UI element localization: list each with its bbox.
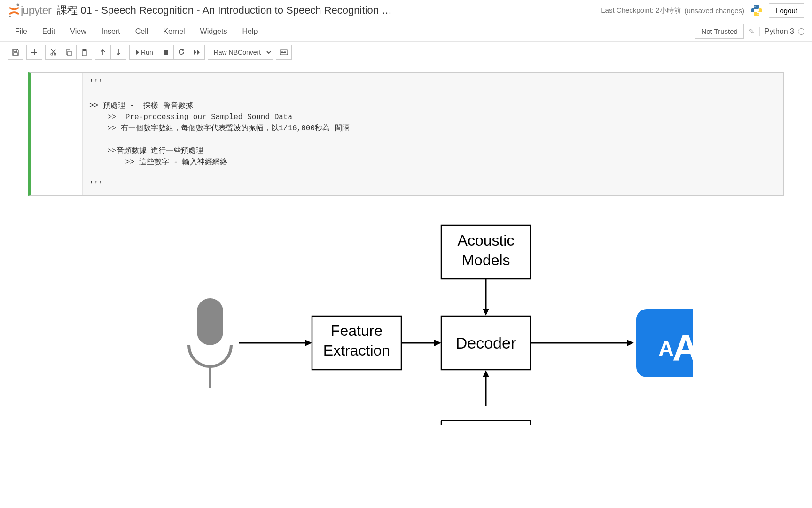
svg-rect-12 [281, 51, 282, 52]
svg-rect-18 [285, 52, 286, 53]
svg-point-5 [54, 53, 56, 55]
svg-rect-19 [197, 298, 223, 345]
add-cell-button[interactable] [26, 45, 42, 60]
kernel-status-icon [798, 28, 804, 35]
svg-text:Decoder: Decoder [456, 334, 516, 352]
cell-code[interactable]: ''' >> 預處理 - 採樣 聲音數據 >> Pre-processing o… [89, 78, 777, 190]
svg-rect-13 [282, 51, 283, 52]
kernel-name: Python 3 [765, 27, 794, 36]
notebook-title[interactable]: 課程 01 - Speech Recognition - An Introduc… [57, 3, 392, 17]
jupyter-logo[interactable]: jupyter [8, 3, 51, 18]
svg-text:Acoustic: Acoustic [458, 232, 515, 249]
svg-text:A: A [658, 336, 674, 361]
svg-rect-15 [285, 51, 286, 52]
svg-marker-41 [627, 340, 634, 346]
menu-insert[interactable]: Insert [94, 23, 128, 40]
svg-rect-17 [282, 52, 285, 53]
kernel-indicator[interactable]: Python 3 [759, 27, 804, 36]
menu-file[interactable]: File [8, 23, 35, 40]
code-cell[interactable]: ''' >> 預處理 - 採樣 聲音數據 >> Pre-processing o… [28, 72, 784, 196]
menu-kernel[interactable]: Kernel [156, 23, 192, 40]
svg-rect-16 [281, 52, 282, 53]
cell-type-select[interactable]: Raw NBConvert [208, 45, 273, 60]
svg-rect-14 [284, 51, 285, 52]
svg-point-1 [9, 16, 11, 17]
cut-button[interactable] [45, 45, 61, 60]
python-icon [750, 4, 763, 17]
svg-rect-9 [83, 49, 86, 51]
svg-text:Feature: Feature [331, 322, 383, 339]
menu-help[interactable]: Help [234, 23, 265, 40]
svg-text:Models: Models [461, 252, 510, 269]
run-button[interactable]: Run [129, 45, 158, 60]
cell-prompt [31, 73, 82, 195]
stop-button[interactable] [158, 45, 174, 60]
menu-view[interactable]: View [62, 23, 94, 40]
svg-text:A: A [672, 327, 693, 369]
unsaved-changes-text: (unsaved changes) [685, 7, 745, 15]
microphone-icon [189, 298, 231, 388]
svg-point-4 [51, 53, 53, 55]
svg-marker-32 [483, 309, 489, 316]
copy-button[interactable] [61, 45, 77, 60]
svg-rect-7 [68, 51, 71, 56]
move-down-button[interactable] [110, 45, 126, 60]
restart-button[interactable] [173, 45, 189, 60]
logo-text: jupyter [21, 4, 51, 17]
paste-button[interactable] [76, 45, 92, 60]
menu-widgets[interactable]: Widgets [193, 23, 235, 40]
command-palette-button[interactable] [276, 45, 292, 60]
svg-marker-22 [305, 340, 312, 346]
trust-indicator[interactable]: Not Trusted [695, 24, 744, 39]
checkpoint-text: Last Checkpoint: 2小時前 [601, 6, 680, 15]
menu-edit[interactable]: Edit [35, 23, 63, 40]
svg-rect-10 [164, 50, 168, 55]
move-up-button[interactable] [95, 45, 111, 60]
pencil-icon[interactable]: ✎ [749, 27, 755, 36]
svg-marker-27 [434, 340, 441, 346]
svg-point-3 [758, 14, 759, 15]
save-button[interactable] [8, 45, 23, 60]
cell-output: Feature Extraction Acoustic Models Decod… [0, 209, 812, 425]
svg-point-2 [755, 6, 756, 7]
diagram-image: Feature Extraction Acoustic Models Decod… [129, 218, 693, 425]
fast-forward-button[interactable] [189, 45, 205, 60]
svg-marker-36 [483, 370, 489, 377]
svg-text:Extraction: Extraction [323, 342, 390, 359]
menu-cell[interactable]: Cell [128, 23, 156, 40]
run-label: Run [141, 48, 153, 56]
svg-point-0 [17, 4, 19, 6]
logout-button[interactable]: Logout [769, 3, 804, 18]
